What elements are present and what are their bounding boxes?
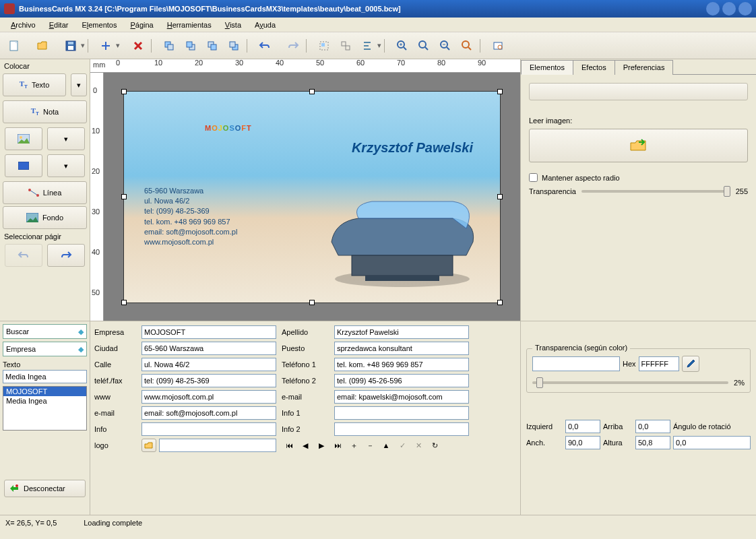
transparency-slider[interactable] xyxy=(581,190,730,193)
add-record-icon[interactable]: ＋ xyxy=(346,439,361,452)
svg-text:60: 60 xyxy=(356,59,365,67)
send-backward-icon[interactable] xyxy=(202,36,222,55)
top-field[interactable] xyxy=(635,420,670,433)
menu-editar[interactable]: Editar xyxy=(42,20,75,30)
refresh-icon[interactable]: ↻ xyxy=(427,439,442,452)
tab-preferencias[interactable]: Preferencias xyxy=(615,60,674,75)
email-field[interactable] xyxy=(334,390,469,404)
last-icon[interactable]: ⏭ xyxy=(330,439,345,452)
info-field[interactable] xyxy=(141,422,276,436)
zoom-out-icon[interactable] xyxy=(435,36,455,55)
menu-vista[interactable]: Vista xyxy=(218,20,248,30)
logo-browse-button[interactable] xyxy=(141,439,156,452)
design-canvas[interactable]: MOJOSOFT Krzysztof Pawelski 65-960 Warsz… xyxy=(104,73,520,321)
info1-field[interactable] xyxy=(334,406,469,420)
bring-front-icon[interactable] xyxy=(159,36,179,55)
width-field[interactable] xyxy=(565,436,600,449)
page-undo-button[interactable] xyxy=(5,244,42,267)
apellido-field[interactable] xyxy=(334,325,469,339)
delete-icon[interactable] xyxy=(128,36,148,55)
height-field[interactable] xyxy=(635,436,670,449)
card-device-image[interactable] xyxy=(318,195,486,289)
bring-forward-icon[interactable] xyxy=(181,36,201,55)
nota-button[interactable]: TTNota xyxy=(3,100,87,123)
logo-field[interactable] xyxy=(159,439,276,452)
svg-text:40: 40 xyxy=(276,59,284,67)
page-redo-button[interactable] xyxy=(47,244,85,267)
menu-herramientas[interactable]: Herramientas xyxy=(160,20,218,30)
card-name[interactable]: Krzysztof Pawelski xyxy=(352,140,473,156)
telfax-field[interactable] xyxy=(141,374,276,387)
color-transparency-slider[interactable] xyxy=(532,381,728,384)
shape-dropdown[interactable]: ▾ xyxy=(47,154,85,177)
linea-button[interactable]: Línea xyxy=(3,181,87,204)
left-field[interactable] xyxy=(565,420,600,433)
redo-icon[interactable] xyxy=(283,36,303,55)
open-icon[interactable] xyxy=(32,36,53,55)
save-icon[interactable] xyxy=(61,36,81,55)
texto-input[interactable] xyxy=(3,370,87,383)
minimize-button[interactable] xyxy=(706,2,720,15)
hex-field[interactable] xyxy=(639,356,679,371)
confirm-icon[interactable]: ✓ xyxy=(395,439,410,452)
menu-pagina[interactable]: Página xyxy=(123,20,160,30)
align-icon[interactable] xyxy=(357,36,377,55)
menubar: Archivo Editar Elementos Página Herramie… xyxy=(0,18,756,32)
calle-field[interactable] xyxy=(141,358,276,371)
remove-record-icon[interactable]: － xyxy=(363,439,377,452)
buscar-combo[interactable]: Buscar◆ xyxy=(3,324,87,339)
next-icon[interactable]: ▶ xyxy=(314,439,329,452)
tab-elementos[interactable]: Elementos xyxy=(521,60,573,75)
fondo-button[interactable]: Fondo xyxy=(3,206,87,229)
shape-button[interactable] xyxy=(5,154,42,177)
empresa-combo[interactable]: Empresa◆ xyxy=(3,342,87,356)
svg-text:10: 10 xyxy=(92,127,100,135)
card-logo[interactable]: MOJOSOFT xyxy=(205,104,252,137)
add-icon[interactable] xyxy=(96,36,116,55)
zoom-icon[interactable] xyxy=(457,36,477,55)
puesto-field[interactable] xyxy=(334,342,469,355)
image-button[interactable] xyxy=(5,127,42,150)
load-image-button[interactable] xyxy=(529,129,748,162)
maximize-button[interactable] xyxy=(722,2,736,15)
group-icon[interactable] xyxy=(314,36,334,55)
results-listbox[interactable]: MOJOSOFT Media Ingea xyxy=(3,386,87,431)
color-swatch[interactable] xyxy=(532,356,620,371)
telefono1-field[interactable] xyxy=(334,358,469,371)
menu-ayuda[interactable]: Ayuda xyxy=(248,20,282,30)
eyedropper-icon[interactable] xyxy=(682,356,699,372)
search-panel: Buscar◆ Empresa◆ Texto MOJOSOFT Media In… xyxy=(0,321,90,515)
new-icon[interactable] xyxy=(4,36,24,55)
www-field[interactable] xyxy=(141,390,276,404)
list-item[interactable]: MOJOSOFT xyxy=(3,387,86,396)
prev-icon[interactable]: ◀ xyxy=(298,439,313,452)
cancel-icon[interactable]: ✕ xyxy=(411,439,426,452)
zoom-in-icon[interactable] xyxy=(392,36,412,55)
svg-rect-15 xyxy=(346,46,350,50)
texto-button[interactable]: TTTexto xyxy=(3,73,66,96)
business-card[interactable]: MOJOSOFT Krzysztof Pawelski 65-960 Warsz… xyxy=(123,91,501,303)
email2-field[interactable] xyxy=(141,406,276,420)
send-back-icon[interactable] xyxy=(224,36,244,55)
ungroup-icon[interactable] xyxy=(336,36,356,55)
menu-archivo[interactable]: Archivo xyxy=(4,20,42,30)
texto-dropdown[interactable]: ▾ xyxy=(71,73,87,96)
empresa-field[interactable] xyxy=(141,325,276,339)
tab-efectos[interactable]: Efectos xyxy=(573,60,615,75)
aspect-ratio-checkbox[interactable] xyxy=(529,173,538,182)
list-item[interactable]: Media Ingea xyxy=(3,396,86,406)
zoom-fit-icon[interactable] xyxy=(414,36,434,55)
rotation-field[interactable] xyxy=(673,436,751,449)
info2-field[interactable] xyxy=(334,422,469,436)
image-dropdown[interactable]: ▾ xyxy=(47,127,85,150)
telefono2-field[interactable] xyxy=(334,374,469,387)
preview-icon[interactable] xyxy=(488,36,508,55)
ciudad-field[interactable] xyxy=(141,342,276,355)
menu-elementos[interactable]: Elementos xyxy=(75,20,123,30)
card-address[interactable]: 65-960 Warszawaul. Nowa 46/2tel: (099) 4… xyxy=(144,186,237,248)
undo-icon[interactable] xyxy=(255,36,275,55)
first-icon[interactable]: ⏮ xyxy=(282,439,296,452)
edit-record-icon[interactable]: ▲ xyxy=(379,439,393,452)
desconectar-button[interactable]: Desconectar xyxy=(4,480,86,497)
close-button[interactable] xyxy=(738,2,752,15)
